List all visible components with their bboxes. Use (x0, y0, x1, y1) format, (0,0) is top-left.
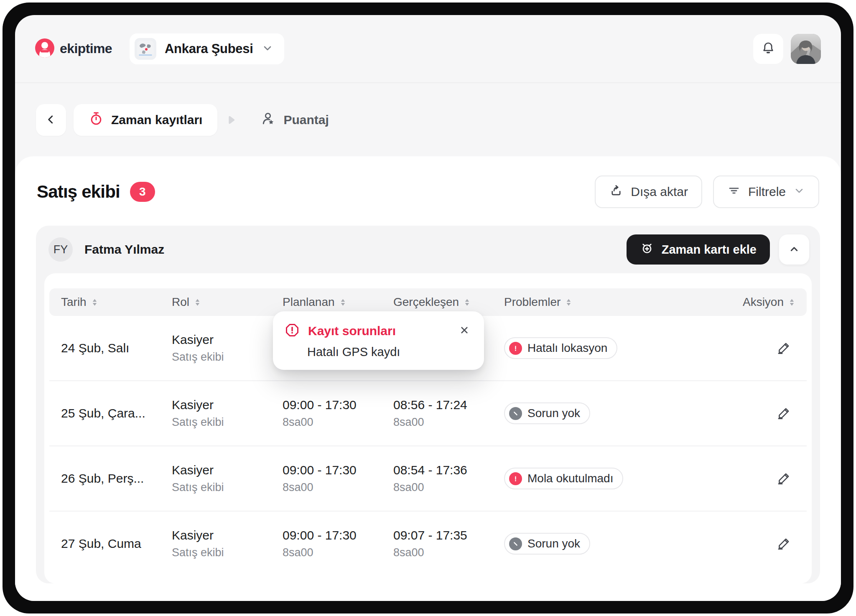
cell-date: 24 Şub, Salı (61, 341, 172, 355)
bell-icon (761, 41, 776, 57)
sort-icon (566, 298, 572, 306)
sort-icon (789, 298, 795, 306)
pencil-icon (777, 405, 792, 420)
error-circle-icon (509, 342, 522, 355)
cell-role: Kasiyer Satış ekibi (172, 528, 283, 559)
popover-title: Kayıt sorunları (308, 324, 447, 338)
error-circle-icon (509, 472, 522, 485)
tab-puantaj[interactable]: Puantaj (245, 104, 344, 136)
cell-date: 26 Şub, Perş... (61, 471, 172, 486)
sort-icon (194, 298, 201, 306)
breadcrumb: Zaman kayıtları Puantaj (15, 83, 841, 136)
cell-actual: 09:07 - 17:35 8sa00 (393, 528, 504, 559)
export-icon (609, 183, 623, 201)
add-timecard-label: Zaman kartı ekle (662, 243, 757, 257)
branch-map-thumbnail (135, 38, 156, 60)
edit-row-button[interactable] (774, 403, 794, 424)
ekiptime-logo-icon (35, 38, 54, 59)
column-header-planlanan[interactable]: Planlanan (283, 295, 393, 309)
record-issues-popover: Kayıt sorunları Hatalı GPS kaydı (273, 311, 484, 370)
user-avatar[interactable] (791, 34, 821, 64)
popover-message: Hatalı GPS kaydı (307, 345, 473, 359)
employee-name: Fatma Yılmaz (84, 242, 164, 257)
edit-row-button[interactable] (774, 338, 794, 359)
back-button[interactable] (36, 104, 66, 136)
table-row: 26 Şub, Perş... Kasiyer Satış ekibi 09:0… (49, 445, 807, 511)
employee-group: FY Fatma Yılmaz (36, 226, 820, 583)
chevron-down-icon (793, 185, 805, 199)
person-star-icon (260, 111, 276, 130)
app-window: ekiptime Ankara Şubesi (15, 15, 841, 601)
stopwatch-icon (89, 111, 104, 129)
alarm-plus-icon (640, 241, 654, 258)
popover-close-button[interactable] (456, 321, 473, 340)
tab-label: Zaman kayıtları (111, 113, 202, 127)
sort-icon (340, 298, 346, 306)
problem-badge: Sorun yok (504, 402, 590, 424)
problem-badge: Mola okutulmadı (504, 468, 623, 489)
tab-zaman-kayitlari[interactable]: Zaman kayıtları (74, 104, 217, 136)
ban-circle-icon (509, 537, 522, 550)
pencil-icon (777, 471, 792, 486)
cell-role: Kasiyer Satış ekibi (172, 463, 283, 494)
cell-actual: 08:54 - 17:36 8sa00 (393, 463, 504, 494)
branch-name: Ankara Şubesi (165, 41, 253, 56)
chevron-down-icon (262, 42, 273, 55)
team-count-badge: 3 (130, 182, 155, 202)
employee-group-header: FY Fatma Yılmaz (36, 226, 820, 273)
export-button[interactable]: Dışa aktar (595, 176, 702, 208)
table-row: 25 Şub, Çara... Kasiyer Satış ekibi 09:0… (49, 380, 807, 445)
chevron-up-icon (787, 242, 801, 257)
column-header-aksiyon[interactable]: Aksiyon (743, 295, 795, 309)
topbar-right (753, 34, 821, 64)
column-header-tarih[interactable]: Tarih (61, 295, 172, 309)
employee-initials-avatar: FY (48, 237, 73, 262)
alert-octagon-icon (285, 323, 300, 339)
brand: ekiptime (35, 38, 112, 59)
sort-icon (464, 298, 470, 306)
problem-badge: Hatalı lokasyon (504, 337, 617, 359)
page-title: Satış ekibi (37, 182, 120, 202)
cell-role: Kasiyer Satış ekibi (172, 333, 283, 364)
pencil-icon (777, 340, 792, 355)
close-icon (458, 324, 471, 336)
cell-planned: 09:00 - 17:30 8sa00 (283, 528, 393, 559)
column-header-rol[interactable]: Rol (172, 295, 283, 309)
cell-date: 27 Şub, Cuma (61, 537, 172, 551)
cell-date: 25 Şub, Çara... (61, 406, 172, 420)
tab-label: Puantaj (283, 113, 329, 127)
cell-actual: 08:56 - 17:24 8sa00 (393, 398, 504, 429)
export-label: Dışa aktar (631, 185, 688, 199)
cell-planned: 09:00 - 17:30 8sa00 (283, 398, 393, 429)
device-frame: ekiptime Ankara Şubesi (3, 3, 853, 613)
breadcrumb-separator-icon (225, 114, 237, 126)
brand-name: ekiptime (60, 41, 112, 56)
chevron-left-icon (44, 113, 58, 127)
notifications-button[interactable] (753, 34, 783, 64)
table-row: 27 Şub, Cuma Kasiyer Satış ekibi 09:00 -… (49, 511, 807, 576)
branch-selector[interactable]: Ankara Şubesi (130, 33, 284, 64)
top-bar: ekiptime Ankara Şubesi (15, 15, 841, 83)
page-header: Satış ekibi 3 Dışa aktar (15, 156, 841, 226)
add-timecard-button[interactable]: Zaman kartı ekle (627, 234, 770, 265)
edit-row-button[interactable] (774, 533, 794, 555)
edit-row-button[interactable] (774, 468, 794, 489)
column-header-problemler[interactable]: Problemler (504, 295, 716, 309)
cell-role: Kasiyer Satış ekibi (172, 398, 283, 429)
column-header-gerceklesen[interactable]: Gerçekleşen (393, 295, 504, 309)
sort-icon (92, 298, 98, 306)
filter-label: Filtrele (748, 185, 786, 199)
main-card: Satış ekibi 3 Dışa aktar (15, 156, 841, 601)
problem-badge: Sorun yok (504, 533, 590, 555)
pencil-icon (777, 536, 792, 551)
collapse-group-button[interactable] (779, 234, 809, 265)
cell-planned: 09:00 - 17:30 8sa00 (283, 463, 393, 494)
ban-circle-icon (509, 407, 522, 420)
filter-icon (727, 184, 741, 200)
filter-button[interactable]: Filtrele (713, 176, 819, 208)
